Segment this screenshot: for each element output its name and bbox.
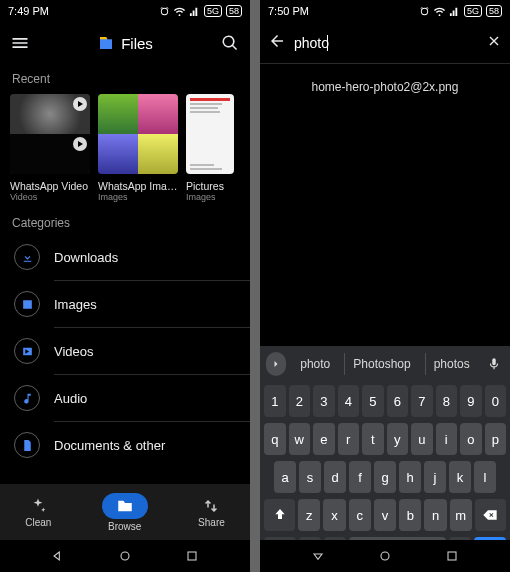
battery-icon: 58 (226, 5, 242, 17)
recents-button[interactable] (443, 547, 461, 565)
expand-suggestions-button[interactable] (266, 352, 286, 376)
recents-button[interactable] (183, 547, 201, 565)
key-f[interactable]: f (349, 461, 371, 493)
download-icon (14, 244, 40, 270)
recent-item-name: Pictures (186, 180, 234, 192)
key-w[interactable]: w (289, 423, 311, 455)
home-button[interactable] (376, 547, 394, 565)
network-label: 5G (204, 5, 222, 17)
share-icon (202, 497, 220, 515)
key-q[interactable]: q (264, 423, 286, 455)
nav-label: Clean (25, 517, 51, 528)
key-h[interactable]: h (399, 461, 421, 493)
back-button[interactable] (268, 32, 286, 54)
category-label: Images (54, 297, 236, 312)
key-u[interactable]: u (411, 423, 433, 455)
key-3[interactable]: 3 (313, 385, 335, 417)
mic-button[interactable] (484, 352, 504, 376)
document-icon (14, 432, 40, 458)
category-images[interactable]: Images (0, 281, 250, 327)
key-o[interactable]: o (460, 423, 482, 455)
category-documents[interactable]: Documents & other (0, 422, 250, 468)
key-g[interactable]: g (374, 461, 396, 493)
back-button[interactable] (49, 547, 67, 565)
signal-icon (449, 6, 460, 17)
key-0[interactable]: 0 (485, 385, 507, 417)
search-result[interactable]: home-hero-photo2@2x.png (260, 64, 510, 110)
suggestion[interactable]: Photoshop (344, 353, 418, 375)
key-1[interactable]: 1 (264, 385, 286, 417)
nav-label: Share (198, 517, 225, 528)
status-bar: 7:50 PM 5G 58 (260, 0, 510, 22)
recent-label: Recent (0, 64, 250, 90)
category-audio[interactable]: Audio (0, 375, 250, 421)
category-downloads[interactable]: Downloads (0, 234, 250, 280)
svg-rect-1 (188, 552, 196, 560)
key-2[interactable]: 2 (289, 385, 311, 417)
key-7[interactable]: 7 (411, 385, 433, 417)
key-c[interactable]: c (349, 499, 371, 531)
signal-icon (189, 6, 200, 17)
key-n[interactable]: n (424, 499, 446, 531)
key-y[interactable]: y (387, 423, 409, 455)
menu-button[interactable] (10, 33, 30, 53)
search-button[interactable] (220, 33, 240, 53)
nav-browse[interactable]: Browse (102, 493, 148, 532)
key-m[interactable]: m (450, 499, 472, 531)
key-e[interactable]: e (313, 423, 335, 455)
suggestion[interactable]: photos (425, 353, 478, 375)
key-9[interactable]: 9 (460, 385, 482, 417)
key-k[interactable]: k (449, 461, 471, 493)
app-title: Files (121, 35, 153, 52)
key-l[interactable]: l (474, 461, 496, 493)
back-button[interactable] (309, 547, 327, 565)
category-label: Videos (54, 344, 236, 359)
key-r[interactable]: r (338, 423, 360, 455)
wifi-icon (174, 6, 185, 17)
home-button[interactable] (116, 547, 134, 565)
svg-point-5 (381, 552, 389, 560)
key-row-3: zxcvbnm (260, 496, 510, 534)
key-z[interactable]: z (298, 499, 320, 531)
nav-share[interactable]: Share (198, 497, 225, 528)
phone-search: 7:50 PM 5G 58 photo home-hero-photo2@2x.… (260, 0, 510, 572)
keyboard: photo Photoshop photos 1234567890 qwerty… (260, 346, 510, 572)
key-4[interactable]: 4 (338, 385, 360, 417)
recent-item-sub: Images (98, 192, 178, 202)
backspace-key[interactable] (475, 499, 506, 531)
key-b[interactable]: b (399, 499, 421, 531)
key-a[interactable]: a (274, 461, 296, 493)
key-s[interactable]: s (299, 461, 321, 493)
content-area (260, 110, 510, 346)
key-v[interactable]: v (374, 499, 396, 531)
image-icon (14, 291, 40, 317)
key-j[interactable]: j (424, 461, 446, 493)
svg-rect-6 (448, 552, 456, 560)
key-i[interactable]: i (436, 423, 458, 455)
key-8[interactable]: 8 (436, 385, 458, 417)
suggestion[interactable]: photo (292, 353, 338, 375)
recent-item[interactable]: WhatsApp Images Images (98, 94, 178, 202)
nav-clean[interactable]: Clean (25, 497, 51, 528)
key-5[interactable]: 5 (362, 385, 384, 417)
phone-files-app: 7:49 PM 5G 58 Files Recen (0, 0, 250, 572)
search-input[interactable]: photo (294, 35, 478, 51)
key-row-numbers: 1234567890 (260, 382, 510, 420)
recent-row[interactable]: WhatsApp Video Videos WhatsApp Images Im… (0, 90, 250, 208)
status-bar: 7:49 PM 5G 58 (0, 0, 250, 22)
key-6[interactable]: 6 (387, 385, 409, 417)
recent-item-sub: Images (186, 192, 234, 202)
network-label: 5G (464, 5, 482, 17)
key-p[interactable]: p (485, 423, 507, 455)
recent-item[interactable]: WhatsApp Video Videos (10, 94, 90, 202)
sparkle-icon (29, 497, 47, 515)
shift-key[interactable] (264, 499, 295, 531)
key-x[interactable]: x (323, 499, 345, 531)
key-t[interactable]: t (362, 423, 384, 455)
search-query-text: photo (294, 35, 329, 51)
key-row-1: qwertyuiop (260, 420, 510, 458)
key-d[interactable]: d (324, 461, 346, 493)
category-videos[interactable]: Videos (0, 328, 250, 374)
recent-item[interactable]: Pictures Images (186, 94, 234, 202)
clear-button[interactable] (486, 33, 502, 53)
